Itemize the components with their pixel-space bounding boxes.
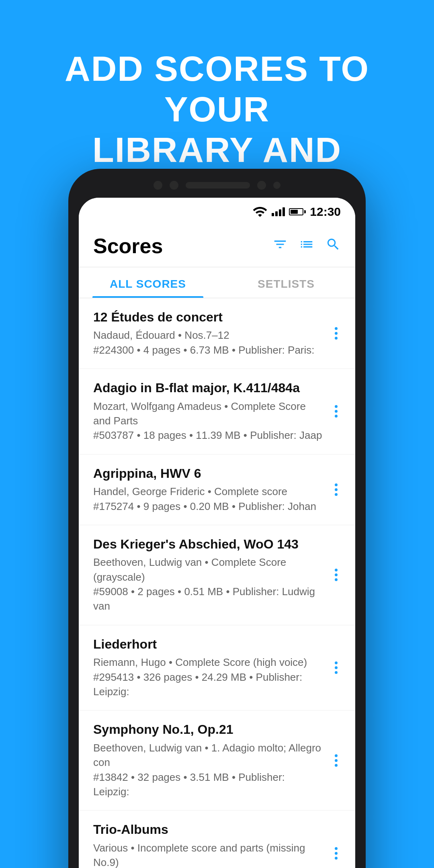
score-more-button[interactable] [332,658,341,677]
more-dot [335,764,338,767]
signal-bars [272,207,285,216]
more-dot [335,488,338,491]
score-meta: Handel, George Frideric • Complete score… [93,484,323,514]
more-dot [335,661,338,664]
score-meta: Riemann, Hugo • Complete Score (high voi… [93,655,323,699]
more-dot [335,852,338,855]
more-dot [335,754,338,757]
camera-dot-sensor [257,181,266,190]
scores-list: 12 Études de concert Nadaud, Édouard • N… [79,298,355,868]
score-more-button[interactable] [332,844,341,863]
phone-mockup: 12:30 Scores [68,169,366,868]
more-dot [335,410,338,413]
score-title: Liederhort [93,637,323,652]
score-title: Agrippina, HWV 6 [93,466,323,481]
wifi-icon [252,204,268,219]
score-item: Adagio in B-flat major, K.411/484a Mozar… [79,369,355,454]
score-more-button[interactable] [332,324,341,343]
score-more-button[interactable] [332,565,341,584]
score-meta: Various • Incomplete score and parts (mi… [93,841,323,868]
score-info: Symphony No.1, Op.21 Beethoven, Ludwig v… [93,722,332,799]
more-dot [335,578,338,581]
score-item: Des Krieger's Abschied, WoO 143 Beethove… [79,525,355,625]
speaker-bar [186,182,250,188]
more-dot [335,573,338,576]
score-info: Liederhort Riemann, Hugo • Complete Scor… [93,637,332,699]
tab-all-scores[interactable]: ALL SCORES [79,267,217,298]
score-meta: Mozart, Wolfgang Amadeus • Complete Scor… [93,399,323,443]
score-title: Adagio in B-flat major, K.411/484a [93,380,323,395]
score-info: Trio-Albums Various • Incomplete score a… [93,822,332,868]
more-dot [335,483,338,486]
score-title: Trio-Albums [93,822,323,837]
score-meta: Nadaud, Édouard • Nos.7–12 #224300 • 4 p… [93,328,323,357]
more-dot [335,332,338,335]
more-dot [335,759,338,762]
sensor-dot [273,182,280,189]
score-title: Des Krieger's Abschied, WoO 143 [93,536,323,552]
score-info: 12 Études de concert Nadaud, Édouard • N… [93,309,332,357]
header-icons [272,237,341,256]
more-dot [335,569,338,571]
hero-title-line1: ADD SCORES TO YOUR [65,49,369,129]
score-info: Des Krieger's Abschied, WoO 143 Beethove… [93,536,332,614]
score-more-button[interactable] [332,480,341,499]
score-title: 12 Études de concert [93,309,323,325]
more-dot [335,847,338,850]
score-more-button[interactable] [332,402,341,421]
more-dot [335,405,338,408]
status-time: 12:30 [310,205,341,219]
more-dot [335,327,338,330]
score-item: Liederhort Riemann, Hugo • Complete Scor… [79,625,355,711]
score-item: Trio-Albums Various • Incomplete score a… [79,811,355,868]
sort-icon[interactable] [299,237,314,256]
score-info: Agrippina, HWV 6 Handel, George Frideric… [93,466,332,514]
score-item: Agrippina, HWV 6 Handel, George Frideric… [79,454,355,525]
phone-top-bar [79,181,355,190]
more-dot [335,671,338,674]
app-header-title: Scores [93,234,163,258]
score-more-button[interactable] [332,751,341,770]
score-item: 12 Études de concert Nadaud, Édouard • N… [79,298,355,369]
search-icon[interactable] [326,237,341,256]
phone-outer: 12:30 Scores [68,169,366,868]
tabs-bar: ALL SCORES SETLISTS [79,267,355,298]
more-dot [335,493,338,496]
score-meta: Beethoven, Ludwig van • 1. Adagio molto;… [93,741,323,799]
more-dot [335,857,338,860]
score-item: Symphony No.1, Op.21 Beethoven, Ludwig v… [79,710,355,811]
more-dot [335,415,338,418]
more-dot [335,337,338,340]
filter-icon[interactable] [272,237,288,256]
score-meta: Beethoven, Ludwig van • Complete Score (… [93,555,323,614]
status-icons: 12:30 [252,204,341,219]
tab-setlists[interactable]: SETLISTS [217,267,355,298]
score-info: Adagio in B-flat major, K.411/484a Mozar… [93,380,332,443]
phone-screen: 12:30 Scores [79,198,355,868]
score-title: Symphony No.1, Op.21 [93,722,323,737]
app-header: Scores [79,223,355,267]
camera-dot-left [154,181,162,190]
battery-icon [289,208,306,215]
camera-dot-main [170,181,178,190]
status-bar: 12:30 [79,198,355,223]
more-dot [335,666,338,669]
